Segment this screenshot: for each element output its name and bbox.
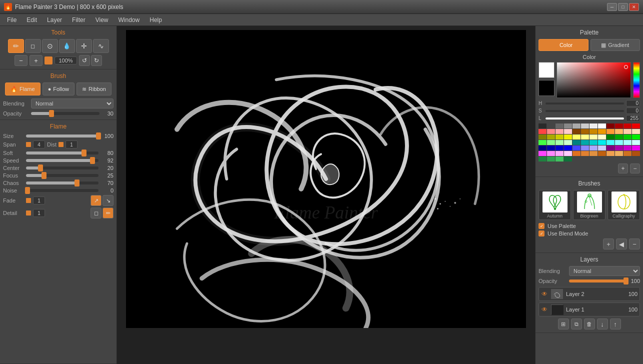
palette-color-cell[interactable]: [590, 146, 598, 150]
palette-color-cell[interactable]: [632, 146, 640, 150]
layer-row-1[interactable]: 👁 Layer 1 100: [538, 302, 640, 316]
color-gradient-picker[interactable]: [556, 62, 631, 98]
zoom-in-button[interactable]: +: [30, 55, 42, 66]
layers-blending-select[interactable]: Normal Multiply Screen Overlay: [569, 266, 640, 276]
brushes-remove-button[interactable]: −: [629, 238, 640, 250]
fade-value-input[interactable]: [33, 196, 45, 204]
palette-color-cell[interactable]: [581, 129, 589, 134]
palette-color-cell[interactable]: [624, 146, 632, 150]
palette-color-cell[interactable]: [581, 134, 589, 140]
brush-mode-ribbon[interactable]: ≋ Ribbon: [76, 82, 112, 96]
palette-color-cell[interactable]: [556, 146, 564, 150]
tool-dropper[interactable]: 💧: [59, 39, 75, 53]
palette-color-cell[interactable]: [606, 134, 614, 140]
palette-color-cell[interactable]: [598, 140, 606, 145]
palette-color-cell[interactable]: [632, 129, 640, 134]
palette-color-cell[interactable]: [572, 140, 580, 145]
h-slider[interactable]: [546, 102, 624, 104]
palette-color-cell[interactable]: [572, 124, 580, 128]
menu-edit[interactable]: Edit: [22, 16, 42, 24]
menu-file[interactable]: File: [2, 16, 22, 24]
palette-color-cell[interactable]: [581, 151, 589, 156]
palette-color-cell[interactable]: [615, 140, 623, 145]
close-button[interactable]: ✕: [629, 3, 639, 11]
palette-color-cell[interactable]: [572, 151, 580, 156]
detail-btn-brush[interactable]: ✏: [102, 208, 114, 218]
brush-thumb-biogreen[interactable]: Biogreen: [573, 190, 606, 220]
palette-color-cell[interactable]: [556, 156, 564, 162]
palette-color-cell[interactable]: [564, 156, 572, 162]
palette-color-cell[interactable]: [632, 151, 640, 156]
palette-color-cell[interactable]: [556, 151, 564, 156]
param-focus-slider[interactable]: [26, 174, 98, 177]
palette-color-cell[interactable]: [590, 124, 598, 128]
blending-select[interactable]: Normal Multiply Screen Overlay Add: [31, 98, 114, 108]
palette-color-cell[interactable]: [615, 129, 623, 134]
palette-tab-gradient[interactable]: ▦ Gradient: [590, 39, 640, 51]
tool-transform[interactable]: ✛: [76, 39, 92, 53]
palette-color-cell[interactable]: [598, 124, 606, 128]
layers-add-button[interactable]: ⊞: [558, 318, 569, 330]
palette-color-cell[interactable]: [556, 140, 564, 145]
maximize-button[interactable]: □: [618, 3, 628, 11]
opacity-slider[interactable]: [31, 112, 100, 115]
palette-color-cell[interactable]: [538, 134, 546, 140]
layers-move-down-button[interactable]: ↓: [597, 318, 608, 330]
palette-color-cell[interactable]: [538, 124, 546, 128]
palette-color-cell[interactable]: [615, 151, 623, 156]
param-noise-slider[interactable]: [26, 189, 98, 192]
palette-color-cell[interactable]: [572, 134, 580, 140]
palette-tab-color[interactable]: ■ Color: [538, 39, 588, 51]
brushes-prev-button[interactable]: ◀: [616, 238, 627, 250]
palette-color-cell[interactable]: [547, 124, 555, 128]
palette-color-cell[interactable]: [572, 146, 580, 150]
layer1-visibility-toggle[interactable]: 👁: [541, 306, 548, 313]
l-slider[interactable]: [546, 118, 624, 120]
dist-value-input[interactable]: [66, 140, 78, 148]
palette-color-cell[interactable]: [598, 151, 606, 156]
detail-btn-eraser[interactable]: ◻: [90, 208, 102, 218]
layers-duplicate-button[interactable]: ⧉: [571, 318, 582, 330]
palette-color-cell[interactable]: [624, 140, 632, 145]
palette-color-cell[interactable]: [606, 124, 614, 128]
add-color-button[interactable]: +: [618, 164, 628, 174]
minimize-button[interactable]: ─: [607, 3, 617, 11]
rotate-right-button[interactable]: ↻: [91, 55, 102, 66]
palette-color-cell[interactable]: [564, 140, 572, 145]
palette-color-cell[interactable]: [598, 129, 606, 134]
menu-help[interactable]: Help: [144, 16, 167, 24]
remove-color-button[interactable]: −: [630, 164, 640, 174]
palette-color-cell[interactable]: [538, 156, 546, 162]
palette-color-cell[interactable]: [564, 146, 572, 150]
menu-window[interactable]: Window: [114, 16, 145, 24]
menu-layer[interactable]: Layer: [42, 16, 67, 24]
palette-color-cell[interactable]: [564, 151, 572, 156]
tool-brush[interactable]: ✏: [8, 39, 24, 53]
layers-delete-button[interactable]: 🗑: [584, 318, 595, 330]
layers-opacity-slider[interactable]: [569, 280, 626, 282]
canvas-container[interactable]: Flame Painter: [126, 30, 526, 328]
s-value-input[interactable]: [626, 108, 640, 114]
span-value-input[interactable]: [33, 140, 45, 148]
rotate-left-button[interactable]: ↺: [79, 55, 90, 66]
palette-color-cell[interactable]: [624, 129, 632, 134]
palette-color-cell[interactable]: [564, 129, 572, 134]
palette-color-cell[interactable]: [632, 124, 640, 128]
palette-color-cell[interactable]: [606, 140, 614, 145]
palette-color-cell[interactable]: [547, 129, 555, 134]
tool-stamp[interactable]: ⊙: [42, 39, 58, 53]
brush-mode-flame[interactable]: 🔥 Flame: [5, 82, 40, 96]
palette-color-cell[interactable]: [606, 151, 614, 156]
brush-thumb-calligraphy[interactable]: Calligraphy: [608, 190, 640, 220]
layers-move-up-button[interactable]: ↑: [610, 318, 621, 330]
palette-color-cell[interactable]: [624, 134, 632, 140]
brush-thumb-autumn[interactable]: Autumn: [538, 190, 571, 220]
palette-color-cell[interactable]: [538, 140, 546, 145]
use-palette-checkbox[interactable]: ✓: [538, 223, 544, 229]
param-size-slider[interactable]: [26, 134, 98, 138]
palette-color-cell[interactable]: [615, 146, 623, 150]
palette-color-cell[interactable]: [538, 151, 546, 156]
hue-slider[interactable]: [633, 62, 640, 98]
palette-color-cell[interactable]: [581, 124, 589, 128]
palette-color-cell[interactable]: [615, 134, 623, 140]
